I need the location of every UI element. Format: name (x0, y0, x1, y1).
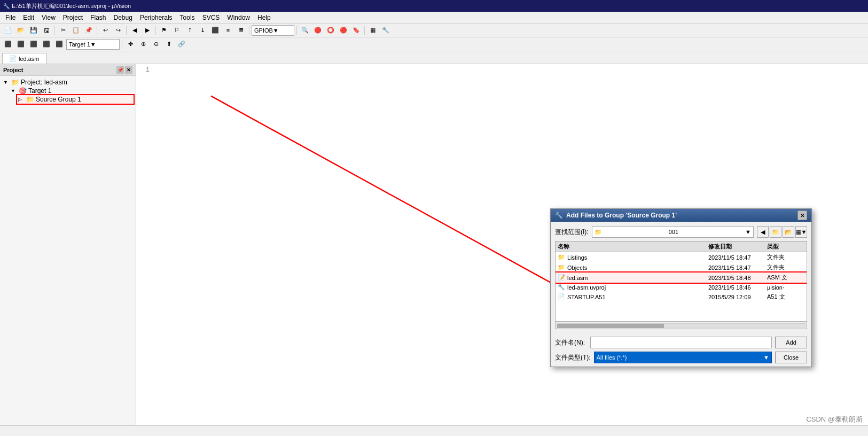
t2-btn3[interactable]: ⬛ (28, 38, 40, 50)
watermark: CSDN @泰勒朗斯 (806, 415, 863, 424)
sep1 (54, 26, 55, 35)
menu-bar: File Edit View Project Flash Debug Perip… (0, 12, 868, 24)
led-asm-date: 2023/11/5 18:48 (708, 275, 767, 281)
bookmark-btn[interactable]: 🔖 (350, 25, 362, 36)
dialog-body: 查找范围(I): 📁 001 ▼ ◀ 📁 📂 ▦▼ 名称 修改日期 类型 (551, 222, 811, 333)
tree-target[interactable]: ▼ 🎯 Target 1 (10, 87, 134, 95)
gpiob-label: GPIOB (254, 27, 273, 34)
open-btn[interactable]: 📂 (15, 25, 27, 36)
uvproj-type: µision· (767, 284, 804, 291)
t2-btn4[interactable]: ⬛ (41, 38, 52, 50)
settings-btn[interactable]: 🔴 (312, 25, 324, 36)
sep6 (296, 26, 297, 35)
t2-plus-btn[interactable]: ⊕ (137, 38, 149, 50)
menu-project[interactable]: Project (60, 13, 86, 22)
panel-title: Project (3, 67, 23, 73)
panel-close-btn[interactable]: ✕ (125, 66, 132, 74)
t2-arrow-btn[interactable]: ⬆ (163, 38, 175, 50)
root-icon: 📁 (11, 79, 19, 86)
t2-btn2[interactable]: ⬛ (15, 38, 27, 50)
sep4 (155, 26, 156, 35)
tree-root[interactable]: ▼ 📁 Project: led-asm (2, 78, 134, 87)
file-item-objects[interactable]: 📁 Objects 2023/11/5 18:47 文件夹 (556, 262, 807, 272)
dialog-new-folder-btn[interactable]: 📂 (783, 226, 794, 238)
btn3[interactable]: ⤒ (184, 25, 196, 36)
menu-view[interactable]: View (38, 13, 59, 22)
file-list-body[interactable]: 📁 Listings 2023/11/5 18:47 文件夹 📁 Objects… (555, 252, 807, 322)
menu-peripherals[interactable]: Peripherals (137, 13, 176, 22)
tree-source-group[interactable]: ▷ 📁 Source Group 1 (17, 95, 134, 104)
scrollbar-thumb (557, 324, 664, 328)
t2-btn5[interactable]: ⬛ (53, 38, 65, 50)
menu-help[interactable]: Help (254, 13, 274, 22)
menu-edit[interactable]: Edit (20, 13, 37, 22)
toolbar1: 📄 📂 💾 🖫 ✂ 📋 📌 ↩ ↪ ◀ ▶ ⚑ ⚐ ⤒ ⤓ ⬛ ≡ ≣ GPIO… (0, 24, 868, 37)
file-type-label: 文件类型(T): (555, 353, 591, 362)
redo-btn[interactable]: ↪ (112, 25, 124, 36)
menu-svcs[interactable]: SVCS (199, 13, 223, 22)
status-bar (0, 425, 868, 436)
menu-file[interactable]: File (2, 13, 19, 22)
tool-btn[interactable]: 🔧 (380, 25, 392, 36)
nav-back-btn[interactable]: ◀ (129, 25, 140, 36)
btn5[interactable]: ⬛ (209, 25, 221, 36)
tree-target-indent: ▼ 🎯 Target 1 ▷ 📁 Source Group 1 (2, 87, 134, 104)
add-button[interactable]: Add (775, 337, 807, 348)
toolbar2: ⬛ ⬛ ⬛ ⬛ ⬛ Target 1 ▼ ✤ ⊕ ⊖ ⬆ 🔗 (0, 37, 868, 51)
add-files-dialog: 🔧 Add Files to Group 'Source Group 1' ✕ … (550, 208, 812, 367)
panel-pin-btn[interactable]: 📌 (116, 66, 124, 74)
menu-debug[interactable]: Debug (111, 13, 136, 22)
look-in-dropdown[interactable]: 📁 001 ▼ (592, 226, 754, 238)
tab-led-asm[interactable]: 📄 led.asm (2, 53, 46, 64)
dialog-nav-btns: ◀ 📁 📂 ▦▼ (757, 226, 807, 238)
t2-link-btn[interactable]: 🔗 (176, 38, 187, 50)
gpiob-arrow: ▼ (273, 27, 279, 34)
file-item-listings[interactable]: 📁 Listings 2023/11/5 18:47 文件夹 (556, 252, 807, 262)
file-list-scrollbar[interactable] (555, 322, 807, 329)
target-dropdown[interactable]: Target 1 ▼ (66, 39, 120, 50)
app-icon: 🔧 (3, 3, 10, 9)
menu-tools[interactable]: Tools (177, 13, 198, 22)
close-button[interactable]: Close (775, 352, 807, 363)
circle-btn[interactable]: ⭕ (325, 25, 337, 36)
look-in-arrow: ▼ (745, 229, 751, 235)
file-item-startup[interactable]: 📄 STARTUP.A51 2015/5/29 12:09 A51 文 (556, 292, 807, 302)
nav-fwd-btn[interactable]: ▶ (142, 25, 153, 36)
startup-type: A51 文 (767, 293, 804, 301)
file-name-input[interactable] (590, 337, 772, 348)
search-btn[interactable]: 🔍 (299, 25, 311, 36)
cut-btn[interactable]: ✂ (57, 25, 69, 36)
line-numbers: 1 (136, 66, 152, 74)
stop-btn[interactable]: 🔴 (338, 25, 349, 36)
copy-btn[interactable]: 📋 (70, 25, 82, 36)
paste-btn[interactable]: 📌 (83, 25, 95, 36)
t2-cursor-btn[interactable]: ✤ (124, 38, 136, 50)
btn2[interactable]: ⚐ (171, 25, 183, 36)
t2-minus-btn[interactable]: ⊖ (150, 38, 162, 50)
btn4[interactable]: ⤓ (197, 25, 208, 36)
uvproj-date: 2023/11/5 18:46 (708, 284, 767, 291)
file-type-row: 文件类型(T): All files (*.*) ▼ Close (555, 352, 807, 363)
dialog-back-btn[interactable]: ◀ (757, 226, 769, 238)
menu-flash[interactable]: Flash (87, 13, 109, 22)
save-all-btn[interactable]: 🖫 (41, 25, 52, 36)
file-type-dropdown[interactable]: All files (*.*) ▼ (594, 352, 772, 363)
gpiob-dropdown[interactable]: GPIOB ▼ (252, 25, 294, 36)
btn1[interactable]: ⚑ (158, 25, 170, 36)
btn7[interactable]: ≣ (235, 25, 247, 36)
undo-btn[interactable]: ↩ (99, 25, 111, 36)
layout-btn[interactable]: ▦ (367, 25, 379, 36)
dialog-bottom: 文件名(N): Add 文件类型(T): All files (*.*) ▼ C… (551, 333, 811, 367)
file-item-uvproj[interactable]: 🔧 led-asm.uvproj 2023/11/5 18:46 µision· (556, 283, 807, 292)
dialog-close-x-btn[interactable]: ✕ (797, 211, 807, 220)
col-header-type: 类型 (767, 243, 804, 251)
btn6[interactable]: ≡ (222, 25, 234, 36)
dialog-folder-up-btn[interactable]: 📁 (770, 226, 781, 238)
file-item-led-asm[interactable]: 📝 led.asm 2023/11/5 18:48 ASM 文 (556, 272, 807, 283)
led-asm-name: 📝 led.asm (558, 274, 708, 281)
menu-window[interactable]: Window (224, 13, 253, 22)
t2-btn1[interactable]: ⬛ (2, 38, 14, 50)
save-btn[interactable]: 💾 (28, 25, 40, 36)
new-file-btn[interactable]: 📄 (2, 25, 14, 36)
dialog-view-btn[interactable]: ▦▼ (795, 226, 807, 238)
